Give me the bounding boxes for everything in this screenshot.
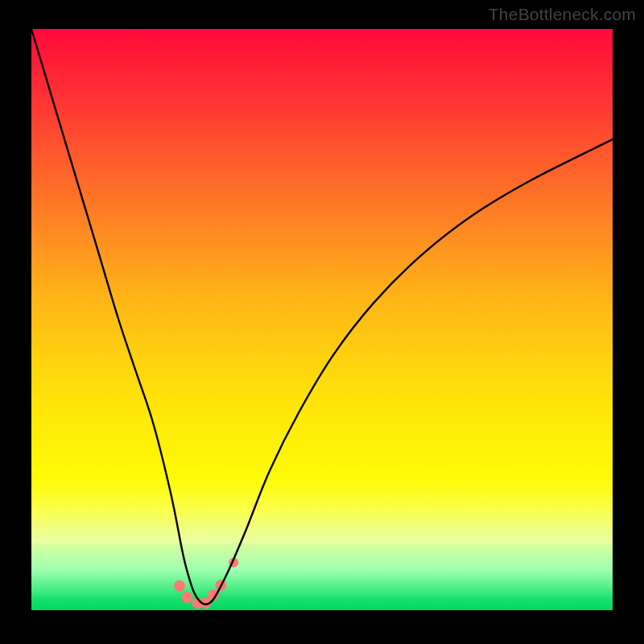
chart-frame: TheBottleneck.com <box>0 0 644 644</box>
chart-plot-area <box>31 29 613 610</box>
bottleneck-curve <box>31 29 613 605</box>
curve-marker <box>174 580 185 592</box>
curve-svg <box>31 29 613 610</box>
curve-marker <box>182 592 193 603</box>
watermark-text: TheBottleneck.com <box>489 5 636 24</box>
